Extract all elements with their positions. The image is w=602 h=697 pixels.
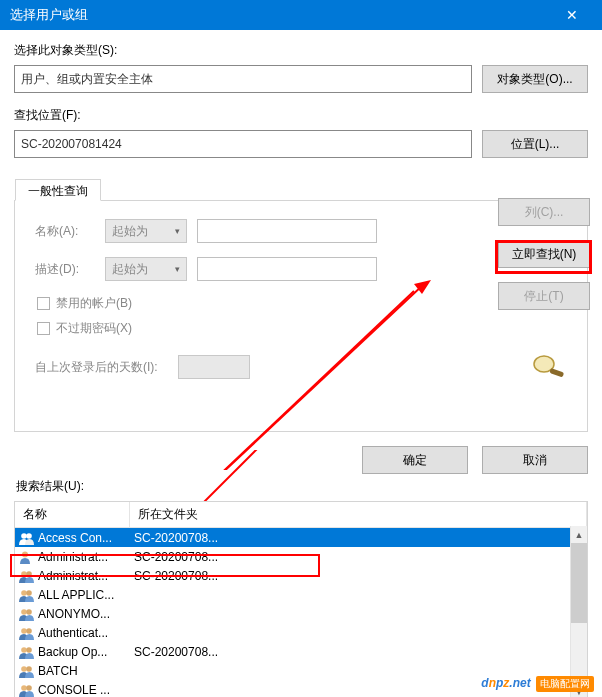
non-expiring-password-checkbox[interactable] — [37, 322, 50, 335]
close-icon[interactable]: ✕ — [552, 7, 592, 23]
svg-point-16 — [26, 628, 32, 634]
svg-point-15 — [21, 628, 27, 634]
description-label: 描述(D): — [35, 261, 95, 278]
days-since-logon-combo[interactable] — [178, 355, 250, 379]
column-location[interactable]: 所在文件夹 — [130, 502, 587, 527]
svg-point-11 — [21, 590, 27, 596]
disabled-accounts-checkbox[interactable] — [37, 297, 50, 310]
cell-name: Administrat... — [15, 550, 130, 564]
cell-name: Access Con... — [15, 531, 130, 545]
cell-name: ANONYMO... — [15, 607, 130, 621]
grid-header: 名称 所在文件夹 — [15, 502, 587, 528]
table-row[interactable]: ALL APPLIC... — [15, 585, 587, 604]
watermark: dnpz.net 电脑配置网 — [481, 667, 594, 693]
name-input[interactable] — [197, 219, 377, 243]
svg-point-10 — [26, 571, 32, 577]
tab-common-queries[interactable]: 一般性查询 — [15, 179, 101, 201]
description-combo[interactable]: 起始为▾ — [105, 257, 187, 281]
chevron-down-icon: ▾ — [175, 226, 180, 236]
svg-point-18 — [26, 647, 32, 653]
svg-point-8 — [22, 551, 28, 557]
column-name[interactable]: 名称 — [15, 502, 130, 527]
svg-point-21 — [21, 685, 27, 691]
table-row[interactable]: ANONYMO... — [15, 604, 587, 623]
scrollbar-thumb[interactable] — [571, 543, 587, 623]
cell-location: SC-20200708... — [130, 531, 587, 545]
window-title: 选择用户或组 — [10, 6, 88, 24]
svg-point-6 — [21, 533, 27, 539]
svg-point-9 — [21, 571, 27, 577]
magnifier-icon — [530, 352, 570, 380]
cell-name: Backup Op... — [15, 645, 130, 659]
cell-name: Administrat... — [15, 569, 130, 583]
svg-point-17 — [21, 647, 27, 653]
name-combo[interactable]: 起始为▾ — [105, 219, 187, 243]
ok-button[interactable]: 确定 — [362, 446, 468, 474]
find-now-button[interactable]: 立即查找(N) — [498, 240, 590, 268]
cell-location: SC-20200708... — [130, 569, 587, 583]
table-row[interactable]: Administrat...SC-20200708... — [15, 566, 587, 585]
days-since-logon-label: 自上次登录后的天数(I): — [35, 359, 158, 376]
description-input[interactable] — [197, 257, 377, 281]
object-type-label: 选择此对象类型(S): — [14, 42, 588, 59]
object-type-field[interactable]: 用户、组或内置安全主体 — [14, 65, 472, 93]
disabled-accounts-label: 禁用的帐户(B) — [56, 295, 132, 312]
svg-point-22 — [26, 685, 32, 691]
table-row[interactable]: Backup Op...SC-20200708... — [15, 642, 587, 661]
locations-button[interactable]: 位置(L)... — [482, 130, 588, 158]
scroll-up-icon[interactable]: ▲ — [571, 526, 587, 543]
location-label: 查找位置(F): — [14, 107, 588, 124]
table-row[interactable]: Access Con...SC-20200708... — [15, 528, 587, 547]
chevron-down-icon: ▾ — [175, 264, 180, 274]
svg-rect-1 — [549, 368, 564, 377]
cell-name: CONSOLE ... — [15, 683, 130, 697]
svg-point-7 — [26, 533, 32, 539]
location-field[interactable]: SC-202007081424 — [14, 130, 472, 158]
cell-name: BATCH — [15, 664, 130, 678]
object-types-button[interactable]: 对象类型(O)... — [482, 65, 588, 93]
columns-button[interactable]: 列(C)... — [498, 198, 590, 226]
table-row[interactable]: Authenticat... — [15, 623, 587, 642]
svg-point-13 — [21, 609, 27, 615]
svg-point-12 — [26, 590, 32, 596]
cell-name: Authenticat... — [15, 626, 130, 640]
svg-point-14 — [26, 609, 32, 615]
cell-location: SC-20200708... — [130, 645, 587, 659]
titlebar: 选择用户或组 ✕ — [0, 0, 602, 30]
cell-name: ALL APPLIC... — [15, 588, 130, 602]
name-label: 名称(A): — [35, 223, 95, 240]
svg-point-20 — [26, 666, 32, 672]
stop-button[interactable]: 停止(T) — [498, 282, 590, 310]
search-results-label: 搜索结果(U): — [16, 478, 586, 495]
svg-point-19 — [21, 666, 27, 672]
cancel-button[interactable]: 取消 — [482, 446, 588, 474]
table-row[interactable]: Administrat...SC-20200708... — [15, 547, 587, 566]
non-expiring-password-label: 不过期密码(X) — [56, 320, 132, 337]
cell-location: SC-20200708... — [130, 550, 587, 564]
